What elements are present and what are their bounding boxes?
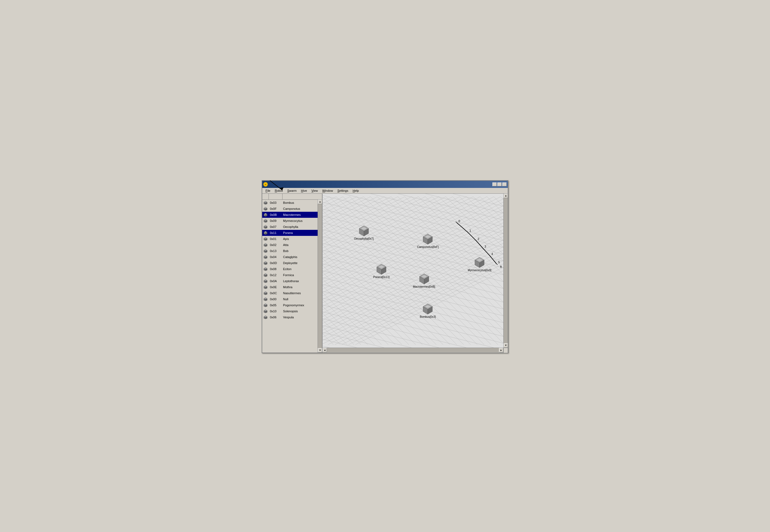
robot-id: 0x0D [269, 261, 282, 265]
bottom-scroll-track [327, 348, 499, 352]
robot-entity-label: Ponera[0x11] [373, 276, 390, 279]
robot-id: 0x04 [269, 255, 282, 259]
title-bar: H [262, 181, 508, 188]
menu-view[interactable]: View [309, 188, 320, 193]
main-content: 0x03Bombus 0x0FCamponotus 0x0BMacroterme… [262, 194, 508, 353]
viewport-with-scrollbar: 012345ft Oecophylla[0x7]Camponotus[0xF]M… [323, 194, 508, 348]
robot-icon [262, 231, 269, 235]
menu-help[interactable]: Help [350, 188, 361, 193]
list-item[interactable]: 0x05Pogonomyrmex [262, 302, 318, 308]
list-item[interactable]: 0x03Bombus [262, 200, 318, 206]
robot-entity-label: Myrmecocytus[0x9] [468, 269, 491, 272]
list-item[interactable]: 0x0BMacrotermes [262, 212, 318, 218]
list-item[interactable]: 0x07Oecophylla [262, 224, 318, 230]
viewport-robot[interactable]: Bombus[0x3] [420, 303, 436, 318]
list-item[interactable]: 0x0FCamponotus [262, 206, 318, 212]
list-item[interactable]: 0x0EMothra [262, 284, 318, 290]
robot-name: Bob [282, 249, 318, 253]
scroll-right-up-button[interactable]: ▲ [504, 194, 508, 198]
list-item[interactable]: 0x0ALeptothorax [262, 278, 318, 284]
robot-icon [262, 219, 269, 223]
robot-name: Deployette [282, 261, 318, 265]
list-item[interactable]: 0x10Solenopsis [262, 308, 318, 314]
robot-id: 0x0F [269, 207, 282, 210]
robot-cube-icon [422, 303, 434, 315]
right-scroll-track [504, 198, 508, 343]
robot-name: Oecophylla [282, 225, 318, 228]
robot-name: Cataglphis [282, 255, 318, 259]
svg-point-111 [423, 276, 425, 277]
robot-name: Pogonomyrmex [282, 304, 318, 307]
viewport-robot[interactable]: Camponotus[0xF] [417, 233, 439, 248]
robot-cube-icon [358, 225, 370, 237]
robot-id: 0x01 [269, 237, 282, 241]
list-item[interactable]: 0x13Bob [262, 248, 318, 254]
robot-name: Ponera [282, 231, 318, 234]
list-item[interactable]: 0x08Eciton [262, 266, 318, 272]
robot-cube-icon [474, 257, 485, 268]
close-button[interactable] [502, 182, 507, 186]
list-item[interactable]: 0x09Myrmecocytus [262, 218, 318, 224]
right-scrollbar[interactable]: ▲ ▼ [503, 194, 508, 348]
svg-point-116 [381, 266, 382, 268]
minimize-button[interactable] [492, 182, 497, 186]
viewport-robot[interactable]: Ponera[0x11] [373, 264, 390, 279]
menu-window[interactable]: Window [320, 188, 335, 193]
robot-name: Vespula [282, 316, 318, 319]
robot-id: 0x02 [269, 243, 282, 247]
hive-window: H File Robot Swarm Hive View Window Sett… [262, 180, 508, 353]
list-item[interactable]: 0x04Cataglphis [262, 254, 318, 260]
robot-icon [262, 261, 269, 265]
robot-name: Formica [282, 273, 318, 277]
robot-icon [262, 303, 269, 307]
robot-icon [262, 273, 269, 277]
menu-bar: File Robot Swarm Hive View Window Settin… [262, 188, 508, 194]
list-item[interactable]: 0x11Ponera [262, 230, 318, 236]
robot-name: Mothra [282, 285, 318, 289]
robot-icon [262, 201, 269, 205]
scrollbar-corner [503, 348, 508, 353]
robot-id: 0x06 [269, 316, 282, 319]
window-controls [492, 182, 507, 186]
robot-list: 0x03Bombus 0x0FCamponotus 0x0BMacroterme… [262, 200, 318, 353]
robot-icon [262, 255, 269, 259]
robot-icon [262, 249, 269, 253]
list-scrollbar[interactable]: ▲ ▼ [318, 200, 322, 353]
list-item[interactable]: 0x0DDeployette [262, 260, 318, 266]
svg-point-106 [427, 236, 429, 238]
scroll-down-button[interactable]: ▼ [318, 348, 322, 353]
scroll-track [318, 204, 322, 348]
viewport[interactable]: 012345ft Oecophylla[0x7]Camponotus[0xF]M… [323, 194, 503, 348]
bottom-scrollbar[interactable]: ◄ ► [323, 348, 503, 353]
scroll-right-down-button[interactable]: ▼ [504, 343, 508, 348]
svg-point-126 [427, 306, 429, 307]
robot-name: Macrotermes [282, 213, 318, 216]
menu-hive[interactable]: Hive [299, 188, 309, 193]
scroll-left-button[interactable]: ◄ [323, 348, 327, 352]
robot-icon [262, 243, 269, 247]
viewport-robot[interactable]: Oecophylla[0x7] [354, 225, 374, 240]
list-item[interactable]: 0x02Atta [262, 242, 318, 248]
list-item[interactable]: 0x00Null [262, 296, 318, 302]
robot-icon [262, 279, 269, 283]
robot-name: Bombus [282, 201, 318, 204]
scroll-up-button[interactable]: ▲ [318, 200, 322, 204]
restore-button[interactable] [497, 182, 502, 186]
scroll-right-button[interactable]: ► [499, 348, 503, 352]
robot-id: 0x13 [269, 249, 282, 253]
robot-icon [262, 213, 269, 217]
viewport-robot[interactable]: Macrotermes[0xB] [413, 273, 435, 288]
robot-entity-label: Oecophylla[0x7] [354, 237, 374, 240]
list-item[interactable]: 0x0CNasutitermes [262, 290, 318, 296]
list-item[interactable]: 0x06Vespula [262, 314, 318, 320]
menu-settings[interactable]: Settings [335, 188, 350, 193]
list-item[interactable]: 0x12Formica [262, 272, 318, 278]
list-item[interactable]: 0x01Apis [262, 236, 318, 242]
robot-id: 0x0E [269, 285, 282, 289]
robot-id: 0x0C [269, 291, 282, 295]
robot-cube-icon [422, 233, 434, 245]
viewport-robot[interactable]: Myrmecocytus[0x9] [468, 257, 491, 272]
svg-point-121 [479, 259, 480, 261]
robot-id: 0x03 [269, 201, 282, 204]
robot-id: 0x0B [269, 213, 282, 216]
